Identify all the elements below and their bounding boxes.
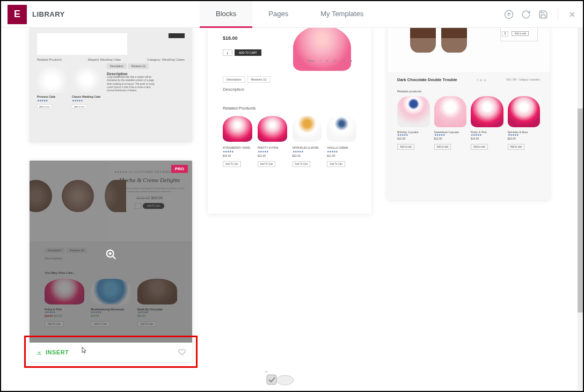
rating-stars: ★★★★★ — [397, 134, 430, 136]
magnify-icon[interactable] — [105, 249, 117, 260]
template-card-2[interactable]: $18.00 1 ADD TO CART Sharef✉G+in◆ Descri… — [208, 28, 371, 214]
tab-reviews: Reviews (1) — [247, 76, 271, 83]
sync-icon[interactable] — [521, 10, 531, 19]
category-label: Category: cupcakes — [519, 78, 540, 81]
add-to-cart-button: Add to cart — [37, 104, 52, 108]
cake-thumbnail — [72, 63, 101, 93]
product-name: Princess Cake — [37, 95, 67, 98]
rating-stars: ★★★★★ — [508, 134, 541, 136]
rating-stars: ★★★★★ — [471, 134, 503, 136]
pro-badge: PRO — [171, 165, 188, 173]
add-to-cart-box: 1 Add to cart — [500, 28, 538, 41]
cupcake-thumbnail — [258, 116, 287, 142]
save-icon[interactable] — [538, 10, 548, 19]
tab-pages[interactable]: Pages — [252, 1, 304, 28]
template-card-4-hovered[interactable]: ★★★★★ (3 CUSTOMER REVIEWS) Mocha & Creme… — [30, 161, 192, 362]
add-to-cart-button: Add To Cart — [327, 161, 345, 167]
add-to-cart-button: Add to cart — [512, 31, 529, 36]
header-divider — [558, 9, 558, 20]
header-actions — [504, 1, 576, 28]
cupcake-thumbnail — [327, 116, 356, 142]
tab-blocks[interactable]: Blocks — [200, 1, 252, 28]
cupcake-thumbnail — [223, 116, 252, 142]
elementor-logo: E — [8, 5, 27, 24]
description-title: Description — [107, 72, 155, 76]
chocolate-cupcake-image — [410, 28, 436, 53]
close-icon[interactable] — [568, 10, 576, 19]
bottom-decoration — [261, 371, 296, 386]
description-text: Long established fact that a reader will… — [107, 76, 155, 92]
product-price: $13.00 — [397, 137, 430, 140]
library-content: Related Products Elegant Wedding Cake Ca… — [1, 28, 578, 390]
add-to-cart-button: Add To Cart — [223, 161, 241, 167]
add-to-cart-button: Add to cart — [397, 144, 414, 150]
product-name: VANILLA CREME — [327, 146, 356, 149]
template-card-3[interactable]: 1 Add to cart Dark Chocolate Double Trou… — [388, 28, 550, 200]
tab-description: Description — [223, 76, 245, 83]
product-title: Dark Chocolate Double Trouble — [397, 77, 457, 82]
related-products-label: Related Products — [37, 58, 62, 61]
add-to-cart-button: Add To Cart — [258, 161, 276, 167]
product-name: SPRINKLES & MORE — [293, 146, 322, 149]
category-label: Category: Wedding Cakes — [147, 58, 185, 61]
rating-stars: ★★★★★ — [293, 150, 322, 153]
cupcake-thumbnail — [293, 116, 322, 142]
library-header: E LIBRARY Blocks Pages My Templates — [1, 1, 583, 28]
quantity-input: 1 — [502, 31, 508, 37]
tab-description: Description — [107, 63, 127, 69]
svg-rect-2 — [267, 375, 276, 384]
quantity-input: 1 — [223, 49, 232, 56]
cupcake-thumbnail — [434, 96, 467, 127]
rating-stars: ★★★★★ — [327, 150, 356, 153]
rating-stars: ★★★★★ — [223, 150, 252, 153]
add-to-cart-button: ADD TO CART — [235, 49, 261, 56]
description-heading: Description — [223, 87, 356, 92]
rating-stars: ★★★★★ — [258, 150, 287, 153]
header-tabs: Blocks Pages My Templates — [200, 1, 379, 28]
sku-label: SKU: 004 — [506, 78, 516, 81]
preview-image — [37, 33, 127, 55]
product-price: $22.00 — [293, 154, 322, 157]
style-label: Elegant Wedding Cake — [88, 58, 121, 61]
insert-label: INSERT — [46, 349, 69, 355]
product-name: STRAWBERRY SWIRL — [223, 146, 252, 149]
tab-reviews: Reviews (1) — [128, 63, 149, 69]
product-price: $16.00 — [508, 137, 541, 140]
product-price: $12.00 — [258, 154, 287, 157]
template-card-1[interactable]: Related Products Elegant Wedding Cake Ca… — [30, 28, 192, 142]
add-to-cart-button: Add to cart — [471, 144, 488, 150]
product-price: $15.00 — [223, 154, 252, 157]
product-price: $14.00 — [471, 137, 503, 140]
related-products-heading: Related Products — [223, 106, 356, 111]
favorite-icon[interactable] — [178, 349, 186, 356]
template-card-footer: INSERT — [30, 343, 192, 362]
add-to-cart-button: Add To Cart — [293, 161, 311, 167]
import-icon[interactable] — [504, 10, 514, 19]
cupcake-hero-image — [293, 28, 351, 71]
add-to-cart-button: Add to cart — [508, 144, 525, 150]
product-price: $12.00 — [434, 137, 467, 140]
mini-button — [169, 33, 185, 38]
svg-point-3 — [276, 375, 294, 385]
share-row: Sharef✉G+in◆ — [308, 59, 352, 62]
cupcake-thumbnail — [471, 96, 503, 127]
library-title: LIBRARY — [32, 10, 65, 18]
insert-button[interactable]: INSERT — [36, 349, 69, 355]
cupcake-thumbnail — [508, 96, 541, 127]
cake-thumbnail — [37, 63, 67, 93]
rating-stars: ★★★★★ — [434, 134, 467, 136]
chocolate-cupcake-image — [441, 28, 467, 53]
rating-stars: ★★★★★ — [72, 99, 101, 102]
rating-stars: ★★★★★ — [37, 99, 67, 102]
product-name: Classic Wedding Cake — [72, 95, 101, 98]
add-to-cart-button: Add to cart — [434, 144, 451, 150]
cupcake-thumbnail — [397, 96, 430, 127]
product-price: $11.00 — [327, 154, 356, 157]
scrollbar-thumb[interactable] — [578, 108, 583, 313]
mouse-cursor-icon — [80, 346, 87, 354]
add-to-cart-button: Add to cart — [72, 104, 87, 108]
related-products-heading: Related products — [388, 85, 550, 96]
tab-my-templates[interactable]: My Templates — [304, 1, 379, 28]
product-name: PRETTY IN PINK — [258, 146, 287, 149]
download-icon — [36, 349, 42, 355]
